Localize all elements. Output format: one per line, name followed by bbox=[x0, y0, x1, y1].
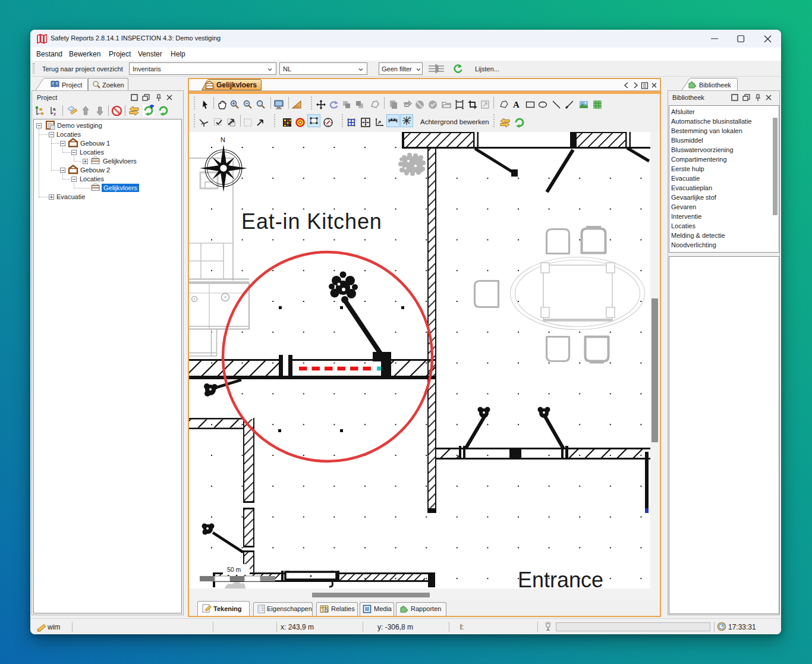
svg-text:Entrance: Entrance bbox=[518, 568, 603, 589]
svg-text:N: N bbox=[409, 116, 411, 119]
svg-text:z: z bbox=[53, 111, 56, 117]
svg-text:Eat-in Kitchen: Eat-in Kitchen bbox=[241, 209, 382, 234]
svg-text:N: N bbox=[221, 136, 225, 143]
svg-text:A: A bbox=[513, 100, 520, 109]
svg-text:50 m: 50 m bbox=[227, 566, 241, 573]
